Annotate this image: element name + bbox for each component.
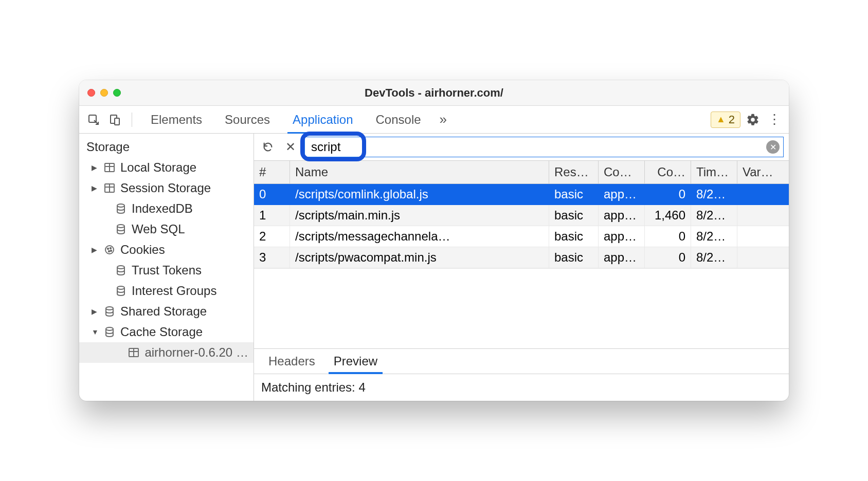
sidebar-item-cookies[interactable]: ▶Cookies — [79, 239, 254, 260]
zoom-window-button[interactable] — [113, 89, 121, 97]
grid-icon — [128, 347, 139, 358]
filter-toolbar: ✕ ✕ — [254, 134, 789, 161]
main-toolbar: Elements Sources Application Console » ▲… — [79, 106, 789, 134]
col-vary[interactable]: Var… — [737, 161, 789, 184]
cell-content-type: app… — [599, 205, 645, 226]
warnings-badge[interactable]: ▲ 2 — [711, 112, 740, 128]
sidebar-item-web-sql[interactable]: Web SQL — [79, 219, 254, 239]
titlebar: DevTools - airhorner.com/ — [79, 80, 789, 106]
sidebar-item-shared-storage[interactable]: ▶Shared Storage — [79, 301, 254, 322]
cell-time: 8/2… — [691, 184, 737, 205]
cell-content-length: 0 — [645, 226, 691, 247]
cell-index: 2 — [254, 226, 290, 247]
tab-sources[interactable]: Sources — [213, 106, 281, 133]
svg-point-16 — [117, 266, 124, 269]
close-window-button[interactable] — [87, 89, 95, 97]
svg-point-11 — [105, 246, 114, 254]
tab-console[interactable]: Console — [365, 106, 432, 133]
filter-field-wrap: ✕ — [304, 137, 784, 157]
cell-content-length: 0 — [645, 184, 691, 205]
cell-index: 0 — [254, 184, 290, 205]
refresh-button[interactable] — [259, 138, 277, 156]
clear-button[interactable]: ✕ — [282, 138, 299, 156]
sidebar-item-label: Local Storage — [120, 160, 196, 175]
svg-point-13 — [110, 248, 111, 249]
cell-content-length: 0 — [645, 247, 691, 268]
window-traffic-lights — [87, 89, 121, 97]
settings-gear-icon[interactable] — [744, 110, 762, 129]
sidebar-item-interest-groups[interactable]: Interest Groups — [79, 281, 254, 301]
sidebar-item-session-storage[interactable]: ▶Session Storage — [79, 178, 254, 198]
kebab-menu-icon[interactable]: ⋮ — [765, 110, 784, 129]
cell-index: 1 — [254, 205, 290, 226]
warning-count: 2 — [729, 113, 735, 126]
disclosure-triangle-icon[interactable]: ▼ — [92, 328, 99, 336]
cell-name: /scripts/main.min.js — [290, 205, 549, 226]
disclosure-triangle-icon[interactable]: ▶ — [92, 246, 99, 254]
cell-response: basic — [549, 184, 599, 205]
detail-tab-headers[interactable]: Headers — [259, 349, 324, 374]
table-row[interactable]: 0/scripts/comlink.global.jsbasicapp…08/2… — [254, 184, 789, 205]
cell-time: 8/2… — [691, 247, 737, 268]
inspect-element-icon[interactable] — [84, 110, 103, 129]
table-row[interactable]: 2/scripts/messagechannela…basicapp…08/2… — [254, 226, 789, 247]
cell-content-length: 1,460 — [645, 205, 691, 226]
sidebar-item-local-storage[interactable]: ▶Local Storage — [79, 157, 254, 178]
sidebar-item-cache-storage[interactable]: ▼Cache Storage — [79, 322, 254, 342]
sidebar-item-label: airhorner-0.6.20 - ht — [144, 345, 249, 360]
cell-response: basic — [549, 226, 599, 247]
cell-response: basic — [549, 205, 599, 226]
sidebar-item-airhorner-0-6-20-ht[interactable]: airhorner-0.6.20 - ht — [79, 342, 254, 363]
sidebar-item-label: IndexedDB — [132, 201, 193, 216]
col-name[interactable]: Name — [290, 161, 549, 184]
sidebar-item-label: Trust Tokens — [132, 263, 202, 278]
svg-point-17 — [117, 286, 124, 289]
cell-name: /scripts/pwacompat.min.js — [290, 247, 549, 268]
col-content-length[interactable]: Co… — [645, 161, 691, 184]
table-row[interactable]: 1/scripts/main.min.jsbasicapp…1,4608/2… — [254, 205, 789, 226]
cookie-icon — [104, 244, 115, 255]
db-icon — [115, 285, 126, 297]
sidebar-item-label: Web SQL — [132, 222, 185, 236]
cell-vary — [737, 184, 789, 205]
cell-name: /scripts/messagechannela… — [290, 226, 549, 247]
window-title: DevTools - airhorner.com/ — [79, 86, 789, 100]
sidebar-tree: ▶Local Storage▶Session StorageIndexedDBW… — [79, 157, 254, 363]
filter-clear-icon[interactable]: ✕ — [766, 140, 780, 154]
db-icon — [115, 203, 126, 214]
sidebar-item-indexeddb[interactable]: IndexedDB — [79, 198, 254, 219]
db-icon — [104, 326, 115, 338]
detail-tab-preview[interactable]: Preview — [324, 349, 387, 374]
disclosure-triangle-icon[interactable]: ▶ — [92, 163, 99, 172]
svg-point-15 — [111, 250, 112, 251]
col-content-type[interactable]: Co… — [599, 161, 645, 184]
svg-point-10 — [117, 225, 124, 228]
more-tabs-button[interactable]: » — [432, 106, 454, 133]
cell-response: basic — [549, 247, 599, 268]
svg-point-9 — [117, 204, 124, 207]
sidebar: Storage ▶Local Storage▶Session StorageIn… — [79, 134, 254, 401]
col-response[interactable]: Res… — [549, 161, 599, 184]
filter-input[interactable] — [304, 137, 784, 157]
minimize-window-button[interactable] — [100, 89, 108, 97]
grid-icon — [104, 182, 115, 194]
detail-status: Matching entries: 4 — [254, 374, 789, 401]
table-row[interactable]: 3/scripts/pwacompat.min.jsbasicapp…08/2… — [254, 247, 789, 268]
tab-elements[interactable]: Elements — [139, 106, 213, 133]
disclosure-triangle-icon[interactable]: ▶ — [92, 184, 99, 192]
cell-content-type: app… — [599, 184, 645, 205]
sidebar-item-trust-tokens[interactable]: Trust Tokens — [79, 260, 254, 281]
cell-time: 8/2… — [691, 226, 737, 247]
tab-application[interactable]: Application — [281, 106, 364, 133]
cache-table: # Name Res… Co… Co… Tim… Var… 0/scripts/… — [254, 161, 789, 348]
svg-rect-2 — [115, 118, 119, 125]
col-time[interactable]: Tim… — [691, 161, 737, 184]
sidebar-item-label: Cookies — [120, 243, 165, 257]
device-toolbar-icon[interactable] — [106, 110, 124, 129]
cell-vary — [737, 205, 789, 226]
col-index[interactable]: # — [254, 161, 290, 184]
disclosure-triangle-icon[interactable]: ▶ — [92, 307, 99, 316]
main-panel: ✕ ✕ # Name Res… Co… Co… Tim… Var… 0/scr — [254, 134, 789, 401]
cell-name: /scripts/comlink.global.js — [290, 184, 549, 205]
cell-vary — [737, 226, 789, 247]
